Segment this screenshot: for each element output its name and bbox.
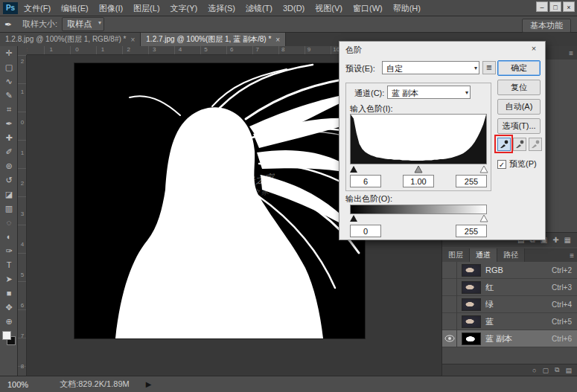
eyedropper-tool-icon[interactable]: ✒ — [4, 19, 12, 30]
white-point-eyedropper-button[interactable] — [529, 138, 542, 151]
tab-layers[interactable]: 图层 — [442, 248, 470, 262]
output-white-field[interactable] — [456, 225, 487, 237]
document-image-mask[interactable]: 初学者之家 初学者之家 — [74, 63, 365, 338]
tab-paths[interactable]: 路径 — [497, 248, 525, 262]
reset-button[interactable]: 复位 — [497, 80, 541, 95]
visibility-toggle[interactable] — [442, 330, 457, 347]
pen-tool[interactable]: ✑ — [0, 244, 18, 258]
preview-label: 预览(P) — [509, 158, 537, 170]
menu-item[interactable]: 3D(D) — [283, 4, 305, 13]
foreground-color-swatch[interactable] — [2, 331, 11, 340]
tab-close-icon[interactable]: × — [275, 36, 280, 44]
menu-item[interactable]: 文字(Y) — [170, 3, 198, 14]
healing-brush-tool[interactable]: ✚ — [0, 131, 18, 145]
dialog-close-icon[interactable]: × — [523, 42, 545, 56]
ruler-number: 3 — [21, 211, 24, 217]
panel-menu-icon[interactable]: ≡ — [569, 49, 573, 57]
menu-item[interactable]: 滤镜(T) — [246, 3, 272, 14]
path-selection-tool[interactable]: ➤ — [0, 272, 18, 286]
menu-item[interactable]: 编辑(E) — [61, 3, 89, 14]
close-button[interactable]: × — [563, 1, 575, 12]
channel-select[interactable]: 蓝 副本 ▾ — [387, 86, 471, 99]
menu-item[interactable]: 帮助(H) — [393, 3, 421, 14]
channel-thumbnail — [462, 281, 481, 294]
hand-tool[interactable]: ✥ — [0, 301, 18, 315]
channel-thumbnail — [462, 264, 481, 277]
visibility-toggle[interactable] — [442, 313, 457, 330]
blur-tool[interactable]: ◌ — [0, 216, 18, 230]
menu-item[interactable]: 图像(I) — [99, 3, 123, 14]
chevron-down-icon: ▾ — [465, 89, 468, 96]
menu-item[interactable]: 选择(S) — [208, 3, 235, 14]
white-point-slider — [480, 166, 488, 173]
history-footer-icon[interactable]: ✚ — [552, 236, 558, 244]
document-tab-inactive[interactable]: 1.2.8.jpg @ 100%(图层 1, RGB/8#) * × — [0, 33, 141, 46]
channel-row-green[interactable]: 绿 Ctrl+4 — [442, 296, 577, 313]
minimize-button[interactable]: – — [536, 1, 548, 12]
preset-options-button[interactable]: ≣ — [482, 61, 496, 74]
panel-menu-icon[interactable]: ≡ — [570, 251, 574, 260]
channel-row-rgb[interactable]: RGB Ctrl+2 — [442, 262, 577, 279]
tab-channels[interactable]: 通道 — [470, 248, 497, 262]
output-sliders[interactable] — [348, 215, 488, 222]
auto-button[interactable]: 自动(A) — [497, 99, 541, 115]
zoom-tool[interactable]: ⊕ — [0, 315, 18, 329]
menu-item[interactable]: 窗口(W) — [353, 3, 383, 14]
brush-tool[interactable]: ✐ — [0, 145, 18, 159]
preset-select[interactable]: 自定 ▾ — [382, 61, 479, 74]
maximize-button[interactable]: □ — [549, 1, 561, 12]
menu-item[interactable]: 文件(F) — [24, 3, 51, 14]
input-black-field[interactable] — [350, 175, 381, 187]
ok-button[interactable]: 确定 — [497, 60, 541, 76]
status-options-arrow-icon[interactable]: ▶ — [146, 380, 152, 388]
move-tool[interactable]: ✛ — [0, 46, 18, 60]
channel-row-blue[interactable]: 蓝 Ctrl+5 — [442, 313, 577, 330]
preset-label: 预设(E): — [345, 63, 375, 74]
dialog-title: 色阶 — [345, 45, 362, 56]
eraser-tool[interactable]: ◪ — [0, 187, 18, 202]
input-white-field[interactable] — [456, 175, 487, 187]
lasso-tool[interactable]: ∿ — [0, 74, 18, 89]
visibility-toggle[interactable] — [442, 296, 457, 313]
channels-footer-icon[interactable]: ○ — [532, 367, 536, 374]
status-bar: 100% 文档:829.2K/1.89M ▶ — [0, 376, 577, 392]
eyedropper-tool[interactable]: ✒ — [0, 117, 18, 131]
channel-name: 蓝 — [485, 316, 552, 327]
workspace-switcher-button[interactable]: 基本功能 — [522, 19, 571, 33]
input-gamma-field[interactable] — [403, 175, 434, 187]
document-tab-active[interactable]: 1.2.7.jpg @ 100%(图层 1, 蓝 副本/8) * × — [141, 33, 286, 46]
channels-footer-icon[interactable]: ⧉ — [555, 366, 559, 374]
visibility-toggle[interactable] — [442, 262, 457, 279]
crop-tool[interactable]: ⌗ — [0, 103, 18, 117]
menu-item[interactable]: 图层(L) — [133, 3, 159, 14]
channel-shortcut: Ctrl+3 — [552, 283, 572, 292]
channels-footer-icon[interactable]: ▤ — [565, 367, 572, 374]
preview-checkbox[interactable]: ✓ — [497, 160, 506, 169]
channel-shortcut: Ctrl+6 — [552, 335, 572, 343]
dodge-tool[interactable]: ◐ — [0, 230, 18, 244]
photoshop-window: Ps 文件(F)编辑(E)图像(I)图层(L)文字(Y)选择(S)滤镜(T)3D… — [0, 0, 577, 392]
quick-selection-tool[interactable]: ✎ — [0, 89, 18, 103]
input-sliders[interactable] — [348, 166, 488, 173]
channels-footer-icon[interactable]: ▢ — [543, 367, 549, 374]
menu-item[interactable]: 视图(V) — [315, 3, 342, 14]
clone-stamp-tool[interactable]: ⊚ — [0, 159, 18, 173]
black-point-eyedropper-button[interactable] — [497, 138, 511, 151]
gradient-tool[interactable]: ▥ — [0, 202, 18, 216]
history-brush-tool[interactable]: ↺ — [0, 173, 18, 187]
tab-close-icon[interactable]: × — [130, 36, 135, 44]
type-tool[interactable]: T — [0, 258, 18, 272]
output-black-field[interactable] — [350, 225, 381, 237]
gray-point-eyedropper-button[interactable] — [513, 138, 526, 151]
channel-row-red[interactable]: 红 Ctrl+3 — [442, 279, 577, 296]
marquee-tool[interactable]: ▢ — [0, 60, 18, 74]
options-button[interactable]: 选项(T)... — [497, 118, 541, 134]
history-footer-icon[interactable]: ▦ — [564, 236, 571, 244]
ruler-corner — [18, 46, 27, 55]
visibility-toggle[interactable] — [442, 279, 457, 296]
zoom-level[interactable]: 100% — [7, 380, 28, 389]
ruler-number: 9 — [307, 46, 310, 53]
channel-row-blue-copy[interactable]: 蓝 副本 Ctrl+6 — [442, 330, 577, 347]
sample-size-select[interactable]: 取样点 ▾ — [62, 17, 104, 31]
shape-tool[interactable]: ■ — [0, 286, 18, 301]
